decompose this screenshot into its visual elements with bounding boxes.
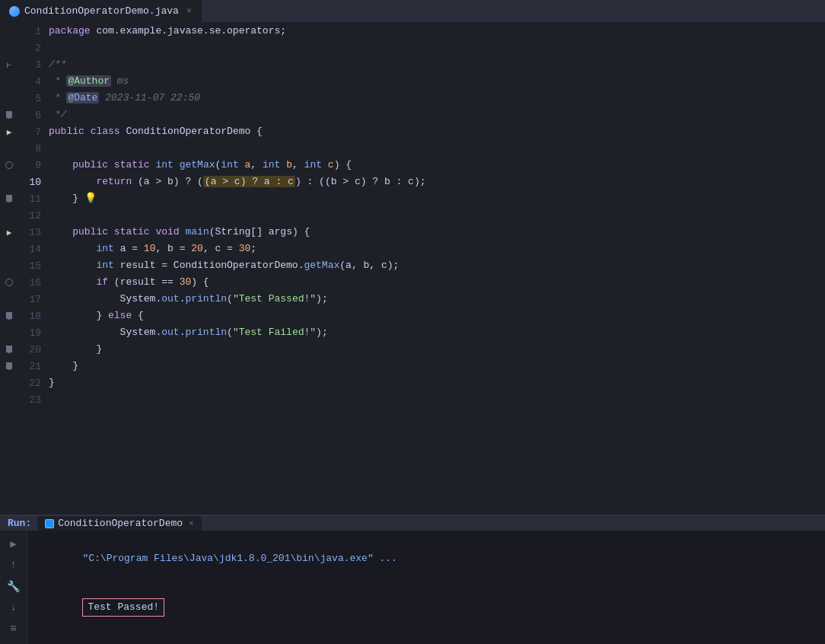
bookmark-icon-21 — [6, 362, 12, 370]
line-content-9[interactable]: public static int getMax(int a, int b, i… — [46, 157, 352, 174]
bookmark-icon-11 — [6, 195, 12, 202]
run-icon-7[interactable] — [4, 126, 14, 137]
run-icon-13[interactable] — [4, 227, 14, 238]
svg-rect-0 — [46, 520, 53, 528]
line-content-1[interactable]: package com.example.javase.se.operators; — [46, 23, 286, 40]
line-content-2[interactable] — [46, 40, 55, 56]
code-line-12: 12 — [0, 207, 825, 224]
code-line-2: 2 — [0, 40, 825, 56]
run-lines-button[interactable]: ≡ — [6, 621, 21, 636]
lightbulb-icon-11[interactable]: 💡 — [84, 193, 97, 204]
run-down-button[interactable]: ↓ — [6, 600, 21, 615]
code-line-10: 10 return (a > b) ? ((a > c) ? a : c) : … — [0, 174, 825, 190]
run-label: Run: — [8, 518, 31, 529]
line-content-5[interactable]: * @Date 2023-11-07 22:50 — [46, 90, 200, 107]
line-content-4[interactable]: * @Author ms — [46, 73, 129, 90]
line-content-21[interactable]: } — [46, 358, 78, 375]
line-content-15[interactable]: int result = ConditionOperatorDemo.getMa… — [46, 257, 399, 274]
file-tab[interactable]: ConditionOperatorDemo.java × — [0, 0, 202, 22]
fold-icon-3[interactable]: ⊢ — [7, 60, 12, 70]
line-content-22[interactable]: } — [46, 375, 55, 391]
code-line-9: 9 public static int getMax(int a, int b,… — [0, 157, 825, 174]
code-line-17: 17 System.out.println("Test Passed!"); — [0, 291, 825, 308]
run-sidebar: ▶ ↑ 🔧 ↓ ≡ ⬇ — [0, 531, 27, 644]
code-line-14: 14 int a = 10, b = 20, c = 30; — [0, 241, 825, 257]
run-tab-label: ConditionOperatorDemo — [58, 518, 183, 529]
bookmark-icon-18 — [6, 312, 12, 320]
tab-bar: ConditionOperatorDemo.java × — [0, 0, 825, 23]
code-line-22: 22 } — [0, 375, 825, 391]
line-content-13[interactable]: public static void main(String[] args) { — [46, 224, 310, 241]
java-icon — [9, 6, 20, 17]
run-tab-icon — [45, 519, 54, 528]
run-output-test-passed: Test Passed! — [35, 582, 817, 633]
code-line-19: 19 System.out.println("Test Failed!"); — [0, 324, 825, 341]
line-content-19[interactable]: System.out.println("Test Failed!"); — [46, 324, 328, 341]
line-content-7[interactable]: public class ConditionOperatorDemo { — [46, 123, 263, 140]
run-settings-button[interactable]: 🔧 — [6, 579, 21, 594]
code-line-18: 18 } else { — [0, 308, 825, 324]
editor-area: 1 package com.example.javase.se.operator… — [0, 23, 825, 515]
code-line-8: 8 — [0, 140, 825, 157]
run-content: ▶ ↑ 🔧 ↓ ≡ ⬇ "C:\Program Files\Java\jdk1.… — [0, 531, 825, 644]
code-line-15: 15 int result = ConditionOperatorDemo.ge… — [0, 257, 825, 274]
run-tab-close[interactable]: × — [189, 519, 194, 528]
run-panel-header: Run: ConditionOperatorDemo × — [0, 516, 825, 531]
tab-close-button[interactable]: × — [186, 6, 192, 17]
line-content-8[interactable] — [46, 140, 55, 157]
code-line-16: 16 if (result == 30) { — [0, 274, 825, 291]
line-content-6[interactable]: */ — [46, 107, 66, 123]
code-line-20: 20 } — [0, 341, 825, 358]
breakpoint-9[interactable] — [5, 161, 13, 169]
code-line-4: 4 * @Author ms — [0, 73, 825, 90]
code-line-1: 1 package com.example.javase.se.operator… — [0, 23, 825, 40]
run-output-path: "C:\Program Files\Java\jdk1.8.0_201\bin\… — [35, 536, 817, 582]
line-content-10[interactable]: return (a > b) ? ((a > c) ? a : c) : ((b… — [46, 174, 426, 190]
code-line-7: 7 public class ConditionOperatorDemo { — [0, 123, 825, 140]
line-content-23[interactable] — [46, 391, 55, 408]
run-panel: Run: ConditionOperatorDemo × ▶ ↑ 🔧 ↓ ≡ ⬇ — [0, 515, 825, 644]
tab-label: ConditionOperatorDemo.java — [24, 5, 179, 17]
line-content-17[interactable]: System.out.println("Test Passed!"); — [46, 291, 328, 308]
code-line-21: 21 } — [0, 358, 825, 375]
line-content-3[interactable]: /** — [46, 56, 66, 73]
line-content-11[interactable]: } 💡 — [46, 190, 97, 207]
code-line-11: 11 } 💡 — [0, 190, 825, 207]
bookmark-icon-20 — [6, 346, 12, 353]
run-up-button[interactable]: ↑ — [6, 557, 21, 572]
line-content-18[interactable]: } else { — [46, 308, 144, 324]
breakpoint-16[interactable] — [5, 279, 13, 286]
line-content-20[interactable]: } — [46, 341, 102, 358]
run-output: "C:\Program Files\Java\jdk1.8.0_201\bin\… — [27, 531, 825, 644]
line-content-12[interactable] — [46, 207, 55, 224]
code-line-6: 6 */ — [0, 107, 825, 123]
run-play-button[interactable]: ▶ — [6, 536, 21, 551]
run-output-empty — [35, 633, 817, 644]
code-line-13: 13 public static void main(String[] args… — [0, 224, 825, 241]
code-line-5: 5 * @Date 2023-11-07 22:50 — [0, 90, 825, 107]
bookmark-icon-6 — [6, 111, 12, 119]
code-line-23: 23 — [0, 391, 825, 408]
line-content-14[interactable]: int a = 10, b = 20, c = 30; — [46, 241, 256, 257]
line-content-16[interactable]: if (result == 30) { — [46, 274, 209, 291]
code-line-3: ⊢ 3 /** — [0, 56, 825, 73]
run-tab[interactable]: ConditionOperatorDemo × — [37, 516, 201, 531]
